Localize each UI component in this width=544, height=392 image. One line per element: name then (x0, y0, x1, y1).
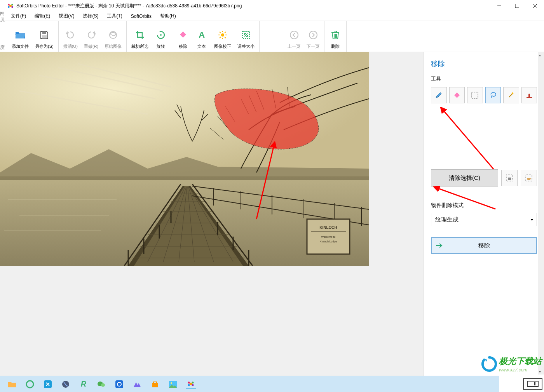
undo-button[interactable]: 撤消(U) (60, 21, 81, 52)
titlebar: SoftOrbits Photo Editor - ****未注册版 - 剩余 … (0, 0, 544, 12)
svg-rect-82 (527, 97, 532, 98)
text-button[interactable]: A 文本 (192, 21, 211, 52)
scrollbar[interactable]: ▴ ▾ (538, 52, 544, 375)
prev-icon (288, 29, 300, 41)
remove-action-button[interactable]: 移除 (431, 237, 537, 254)
resize-button[interactable]: 调整大小 (234, 21, 258, 52)
scroll-up-icon[interactable]: ▴ (539, 53, 541, 57)
save-mask-button[interactable] (501, 170, 518, 186)
panel-title: 移除 (431, 59, 537, 68)
menu-view[interactable]: 视图(V) (55, 11, 78, 21)
add-files-button[interactable]: 添加文件 (9, 21, 32, 52)
watermark-logo-icon (481, 356, 497, 372)
maximize-button[interactable] (508, 0, 526, 12)
mode-dropdown[interactable]: 纹理生成 (431, 213, 537, 226)
task-store[interactable] (150, 379, 160, 389)
mode-label: 物件删除模式 (431, 202, 537, 209)
photo-icon (169, 381, 177, 388)
load-mask-icon (525, 174, 532, 181)
r-icon: R (81, 380, 86, 389)
svg-point-3 (8, 6, 10, 8)
svg-line-20 (220, 37, 221, 38)
app-icon (44, 380, 52, 388)
crop-button[interactable]: 裁切所选 (128, 21, 152, 52)
correction-button[interactable]: 图像校正 (211, 21, 234, 52)
tray-indicator[interactable] (523, 378, 542, 390)
eraser-icon (177, 29, 189, 41)
task-app1[interactable] (43, 379, 53, 389)
svg-rect-6 (515, 4, 519, 8)
remove-button[interactable]: 移除 (174, 21, 192, 52)
svg-point-12 (160, 34, 162, 36)
save-icon (38, 29, 51, 41)
canvas-area[interactable]: KINLOCH Welcome to Kinloch Lodge (0, 52, 424, 376)
svg-rect-84 (508, 178, 511, 180)
load-mask-button[interactable] (521, 170, 537, 186)
eraser-tool[interactable] (449, 87, 465, 103)
task-app2[interactable] (61, 379, 71, 389)
svg-point-88 (26, 381, 33, 388)
rotate-button[interactable]: 旋转 (152, 21, 170, 52)
marquee-tool[interactable] (467, 87, 483, 103)
arrow-right-icon (436, 243, 443, 248)
svg-rect-103 (527, 381, 538, 387)
task-app5[interactable] (132, 379, 142, 389)
pencil-tool[interactable] (431, 87, 447, 103)
folder-open-icon (14, 29, 26, 41)
next-button[interactable]: 下一页 (303, 21, 323, 52)
clear-selection-button[interactable]: 清除选择(C) (431, 169, 498, 186)
task-edge[interactable] (25, 379, 35, 389)
pencil-icon (435, 91, 443, 99)
svg-text:KINLOCH: KINLOCH (319, 225, 337, 230)
crop-icon (134, 29, 146, 41)
window-title: SoftOrbits Photo Editor - ****未注册版 - 剩余 … (16, 3, 242, 9)
marquee-icon (471, 92, 478, 99)
wechat-icon (97, 380, 106, 388)
image-canvas[interactable]: KINLOCH Welcome to Kinloch Lodge (0, 52, 369, 266)
menu-softorbits[interactable]: SoftOrbits (127, 12, 155, 21)
menu-tools[interactable]: 工具(T) (103, 11, 126, 21)
svg-point-101 (188, 384, 190, 386)
eraser-icon (453, 92, 461, 98)
menu-select[interactable]: 选择(S) (79, 11, 102, 21)
text-icon: A (195, 29, 208, 41)
app-icon (7, 2, 14, 9)
delete-button[interactable]: 删除 (326, 21, 345, 52)
menu-edit[interactable]: 编辑(E) (31, 11, 54, 21)
svg-point-98 (190, 382, 192, 385)
lasso-tool[interactable] (485, 87, 501, 103)
task-softorbits[interactable] (186, 379, 196, 389)
redo-button[interactable]: 重做(R) (81, 21, 101, 52)
watermark: 极光下载站 www.xz7.com (481, 355, 542, 373)
menu-help[interactable]: 帮助(H) (156, 11, 180, 21)
store-icon (151, 380, 159, 388)
save-mask-icon (506, 174, 513, 181)
trash-icon (329, 29, 342, 41)
mountain-icon (133, 381, 141, 388)
main-area: KINLOCH Welcome to Kinloch Lodge (0, 52, 544, 376)
svg-rect-93 (115, 380, 123, 388)
svg-point-1 (8, 4, 10, 6)
task-wechat[interactable] (96, 379, 106, 389)
task-explorer[interactable] (7, 379, 17, 389)
square-icon (115, 380, 123, 388)
task-app4[interactable] (114, 379, 124, 389)
task-photos[interactable] (168, 379, 178, 389)
original-button[interactable]: 原始图像 (101, 21, 125, 52)
svg-point-2 (11, 4, 13, 6)
svg-line-21 (225, 32, 226, 33)
svg-point-4 (11, 6, 13, 8)
menu-file[interactable]: 文件(F) (7, 11, 30, 21)
app-icon (187, 380, 195, 388)
svg-line-19 (225, 37, 226, 38)
close-button[interactable] (526, 0, 544, 12)
task-app3[interactable]: R (78, 379, 89, 389)
prev-button[interactable]: 上一页 (284, 21, 303, 52)
stamp-tool[interactable] (521, 87, 537, 103)
save-as-button[interactable]: 另存为(S) (32, 21, 57, 52)
magic-wand-tool[interactable] (503, 87, 519, 103)
svg-rect-95 (152, 383, 158, 387)
lasso-icon (489, 91, 497, 99)
svg-point-23 (290, 31, 298, 39)
minimize-button[interactable] (490, 0, 508, 12)
